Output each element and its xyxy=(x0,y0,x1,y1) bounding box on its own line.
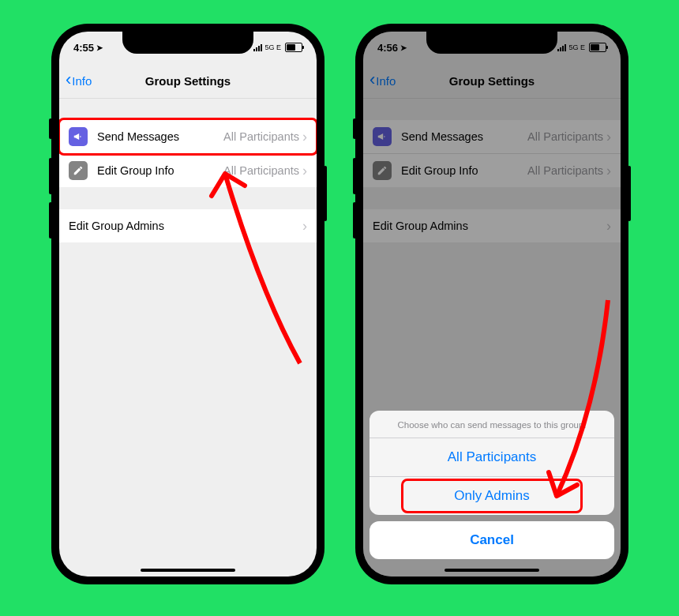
screen-right: 4:56 ➤ 5G E ‹ Info Group Settings xyxy=(363,32,621,577)
cancel-button[interactable]: Cancel xyxy=(370,521,614,559)
notch xyxy=(122,32,253,54)
signal-icon xyxy=(557,44,566,51)
side-button xyxy=(353,118,356,139)
chevron-right-icon: › xyxy=(302,218,307,235)
back-button[interactable]: ‹ Info xyxy=(66,73,92,88)
status-time: 4:55 xyxy=(73,42,94,54)
side-button xyxy=(49,202,52,239)
row-label: Send Messages xyxy=(97,130,179,143)
battery-icon xyxy=(589,43,606,52)
row-label: Edit Group Admins xyxy=(69,220,164,232)
network-label: 5G E xyxy=(568,43,585,51)
battery-icon xyxy=(285,43,302,52)
nav-bar: ‹ Info Group Settings xyxy=(59,63,317,99)
chevron-right-icon: › xyxy=(302,163,307,179)
content-area: Send Messages All Participants › Edit Gr… xyxy=(59,98,317,577)
action-sheet-title: Choose who can send messages to this gro… xyxy=(370,411,614,438)
pencil-icon xyxy=(69,161,88,180)
location-arrow-icon: ➤ xyxy=(400,43,407,52)
notch xyxy=(426,32,557,54)
action-sheet-card: Choose who can send messages to this gro… xyxy=(370,411,614,515)
home-indicator[interactable] xyxy=(445,569,539,572)
screen-left: 4:55 ➤ 5G E ‹ Info Group Settings xyxy=(59,32,317,577)
row-edit-group-admins[interactable]: Edit Group Admins › xyxy=(59,209,317,242)
option-label: Only Admins xyxy=(454,488,529,503)
megaphone-icon xyxy=(69,127,88,146)
chevron-right-icon: › xyxy=(302,129,307,145)
location-arrow-icon: ➤ xyxy=(96,43,103,52)
row-value: All Participants xyxy=(223,130,299,143)
settings-group-1: Send Messages All Participants › Edit Gr… xyxy=(59,120,317,187)
side-button xyxy=(49,118,52,139)
chevron-left-icon: ‹ xyxy=(66,71,71,88)
side-button xyxy=(353,158,356,194)
phone-frame-right: 4:56 ➤ 5G E ‹ Info Group Settings xyxy=(355,24,628,584)
row-send-messages[interactable]: Send Messages All Participants › xyxy=(59,120,317,154)
network-label: 5G E xyxy=(264,43,281,51)
side-button xyxy=(324,166,327,221)
option-all-participants[interactable]: All Participants xyxy=(370,438,614,477)
option-only-admins[interactable]: Only Admins xyxy=(370,477,614,515)
page-title: Group Settings xyxy=(59,74,317,88)
side-button xyxy=(49,158,52,194)
side-button xyxy=(353,202,356,239)
status-time: 4:56 xyxy=(377,42,398,54)
settings-group-2: Edit Group Admins › xyxy=(59,209,317,242)
row-value: All Participants xyxy=(223,164,299,177)
side-button xyxy=(628,166,631,221)
row-edit-group-info[interactable]: Edit Group Info All Participants › xyxy=(59,154,317,187)
home-indicator[interactable] xyxy=(141,569,235,572)
action-sheet: Choose who can send messages to this gro… xyxy=(370,411,614,559)
row-label: Edit Group Info xyxy=(97,164,174,177)
back-label: Info xyxy=(72,74,92,88)
phone-frame-left: 4:55 ➤ 5G E ‹ Info Group Settings xyxy=(51,24,324,584)
signal-icon xyxy=(253,44,262,51)
